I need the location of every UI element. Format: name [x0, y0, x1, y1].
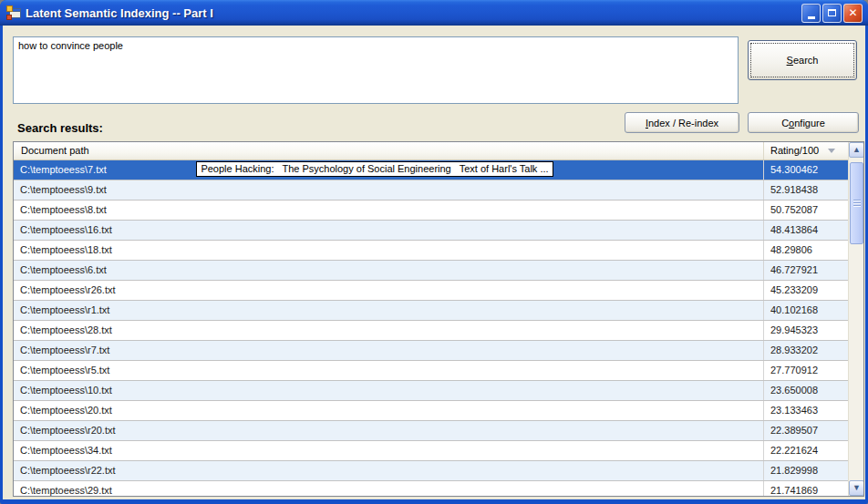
app-window: Latent Semantic Indexing -- Part I ✕ how… — [0, 0, 868, 504]
app-icon — [6, 5, 21, 20]
rating-cell: 54.300462 — [764, 160, 848, 180]
results-table: Document path Rating/100 C:\temptoeess\7… — [13, 141, 864, 497]
search-results-label: Search results: — [17, 121, 103, 135]
rating-cell: 45.233209 — [764, 281, 848, 300]
document-path-cell: C:\temptoeess\9.txt — [14, 180, 764, 200]
rating-cell: 48.413864 — [764, 221, 848, 240]
table-row[interactable]: C:\temptoeess\10.txt 23.650008 — [14, 381, 848, 401]
index-reindex-button[interactable]: Index / Re-index — [625, 112, 739, 133]
titlebar[interactable]: Latent Semantic Indexing -- Part I ✕ — [0, 0, 868, 26]
document-path-cell: C:\temptoeess\r22.txt — [14, 461, 764, 480]
table-row[interactable]: C:\temptoeess\34.txt 22.221624 — [14, 441, 848, 461]
rating-cell: 40.102168 — [764, 301, 848, 320]
document-path-cell: C:\temptoeess\20.txt — [14, 401, 764, 420]
document-path-cell: C:\temptoeess\r20.txt — [14, 421, 764, 440]
close-icon: ✕ — [848, 7, 857, 18]
minimize-button[interactable] — [801, 4, 821, 23]
index-button-label-tail: ndex / Re-index — [648, 118, 718, 129]
rating-cell: 22.221624 — [764, 441, 848, 460]
client-area: how to convince people Search Search res… — [3, 26, 865, 499]
table-row[interactable]: C:\temptoeess\r1.txt 40.102168 — [14, 301, 848, 321]
document-path-cell: C:\temptoeess\8.txt — [14, 201, 764, 220]
window-title: Latent Semantic Indexing -- Part I — [26, 6, 801, 20]
rating-cell: 22.389507 — [764, 421, 848, 440]
table-row[interactable]: C:\temptoeess\6.txt 46.727921 — [14, 261, 848, 281]
thumb-grip-icon — [853, 200, 861, 208]
rating-cell: 28.933202 — [764, 341, 848, 360]
configure-button-label: C — [781, 118, 789, 129]
document-path-cell: C:\temptoeess\34.txt — [14, 441, 764, 460]
scroll-down-button[interactable]: ▼ — [849, 480, 864, 496]
table-row[interactable]: C:\temptoeess\29.txt 21.741869 — [14, 481, 848, 496]
document-path-cell: C:\temptoeess\29.txt — [14, 481, 764, 496]
search-input[interactable]: how to convince people — [13, 36, 739, 104]
table-row[interactable]: C:\temptoeess\r22.txt 21.829998 — [14, 461, 848, 481]
rating-cell: 52.918438 — [764, 180, 848, 200]
table-row[interactable]: C:\temptoeess\18.txt 48.29806 — [14, 241, 848, 261]
search-button-mnemonic: S — [787, 55, 793, 66]
rating-cell: 23.650008 — [764, 381, 848, 400]
chevron-down-icon: ▼ — [852, 484, 861, 492]
column-header-rating[interactable]: Rating/100 — [764, 142, 848, 159]
table-row[interactable]: C:\temptoeess\r20.txt 22.389507 — [14, 421, 848, 441]
document-path-cell: C:\temptoeess\28.txt — [14, 321, 764, 340]
configure-button[interactable]: Configure — [748, 112, 859, 133]
rating-cell: 23.133463 — [764, 401, 848, 420]
table-row[interactable]: C:\temptoeess\8.txt 50.752087 — [14, 201, 848, 221]
table-row[interactable]: C:\temptoeess\28.txt 29.945323 — [14, 321, 848, 341]
table-body: C:\temptoeess\7.txt 54.300462 C:\temptoe… — [14, 160, 848, 496]
document-path-cell: C:\temptoeess\10.txt — [14, 381, 764, 400]
rating-cell: 50.752087 — [764, 201, 848, 220]
configure-button-label-tail: nfigure — [794, 118, 825, 129]
rating-cell: 48.29806 — [764, 241, 848, 260]
rating-cell: 21.829998 — [764, 461, 848, 480]
table-row[interactable]: C:\temptoeess\16.txt 48.413864 — [14, 221, 848, 241]
rating-cell: 21.741869 — [764, 481, 848, 496]
window-controls: ✕ — [801, 4, 863, 23]
table-row[interactable]: C:\temptoeess\r26.txt 45.233209 — [14, 281, 848, 301]
rating-cell: 29.945323 — [764, 321, 848, 340]
table-row[interactable]: C:\temptoeess\20.txt 23.133463 — [14, 401, 848, 421]
table-header: Document path Rating/100 — [14, 142, 848, 160]
document-path-cell: C:\temptoeess\6.txt — [14, 261, 764, 280]
chevron-up-icon: ▲ — [852, 146, 861, 154]
scroll-up-button[interactable]: ▲ — [849, 142, 864, 158]
maximize-button[interactable] — [822, 4, 842, 23]
document-path-cell: C:\temptoeess\18.txt — [14, 241, 764, 260]
document-path-cell: C:\temptoeess\r1.txt — [14, 301, 764, 320]
scrollbar-thumb[interactable] — [850, 162, 863, 244]
rating-cell: 46.727921 — [764, 261, 848, 280]
result-tooltip: People Hacking: The Psychology of Social… — [196, 161, 553, 177]
sort-descending-icon — [828, 149, 835, 153]
vertical-scrollbar[interactable]: ▲ ▼ — [848, 142, 863, 496]
rating-cell: 27.770912 — [764, 361, 848, 380]
document-path-cell: C:\temptoeess\r5.txt — [14, 361, 764, 380]
search-button[interactable]: Search — [748, 40, 857, 80]
close-button[interactable]: ✕ — [843, 4, 863, 23]
minimize-icon — [808, 16, 815, 19]
document-path-cell: C:\temptoeess\r26.txt — [14, 281, 764, 300]
table-row[interactable]: C:\temptoeess\9.txt 52.918438 — [14, 180, 848, 201]
search-button-label-tail: earch — [793, 55, 819, 66]
document-path-cell: C:\temptoeess\r7.txt — [14, 341, 764, 360]
table-row[interactable]: C:\temptoeess\r5.txt 27.770912 — [14, 361, 848, 381]
maximize-icon — [828, 9, 836, 16]
table-row[interactable]: C:\temptoeess\r7.txt 28.933202 — [14, 341, 848, 361]
column-header-document-path[interactable]: Document path — [14, 142, 764, 159]
rating-header-label: Rating/100 — [770, 142, 819, 159]
document-path-cell: C:\temptoeess\16.txt — [14, 221, 764, 240]
